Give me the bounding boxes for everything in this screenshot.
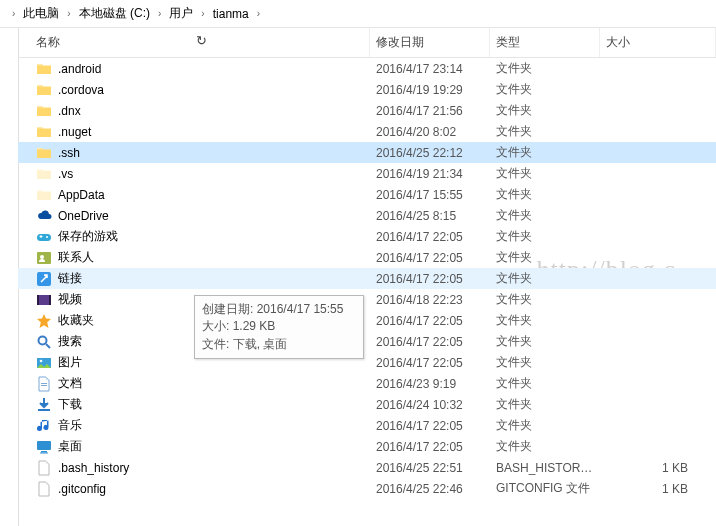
file-name: 收藏夹	[58, 312, 94, 329]
video-icon	[36, 292, 52, 308]
file-name: 下载	[58, 396, 82, 413]
table-row[interactable]: .gitconfig2016/4/25 22:46GITCONFIG 文件1 K…	[18, 478, 716, 499]
search-icon	[36, 334, 52, 350]
table-row[interactable]: .bash_history2016/4/25 22:51BASH_HISTORY…	[18, 457, 716, 478]
cell-type: 文件夹	[490, 81, 600, 98]
cell-date: 2016/4/18 22:23	[370, 293, 490, 307]
tooltip-created-label: 创建日期:	[202, 302, 257, 316]
cell-date: 2016/4/19 21:34	[370, 167, 490, 181]
svg-point-10	[39, 336, 47, 344]
table-row[interactable]: .nuget2016/4/20 8:02文件夹	[18, 121, 716, 142]
svg-point-1	[46, 236, 48, 238]
column-header-date[interactable]: 修改日期	[370, 28, 490, 57]
file-name: 图片	[58, 354, 82, 371]
cell-type: 文件夹	[490, 438, 600, 455]
file-name: .nuget	[58, 125, 91, 139]
file-list: 名称 修改日期 类型 大小 .android2016/4/17 23:14文件夹…	[18, 28, 716, 526]
cell-date: 2016/4/17 22:05	[370, 335, 490, 349]
svg-rect-14	[41, 385, 47, 386]
table-row[interactable]: OneDrive2016/4/25 8:15文件夹	[18, 205, 716, 226]
file-name: 联系人	[58, 249, 94, 266]
table-row[interactable]: 链接2016/4/17 22:05文件夹	[18, 268, 716, 289]
file-name: .vs	[58, 167, 73, 181]
cell-name: 文档	[18, 375, 370, 392]
cell-type: BASH_HISTORY ...	[490, 461, 600, 475]
games-icon	[36, 229, 52, 245]
column-header-name[interactable]: 名称	[18, 28, 370, 57]
file-icon	[36, 481, 52, 497]
table-row[interactable]: 下载2016/4/24 10:32文件夹	[18, 394, 716, 415]
tooltip-size-value: 1.29 KB	[233, 319, 276, 333]
folder-icon	[36, 103, 52, 119]
file-name: 链接	[58, 270, 82, 287]
tooltip-files-label: 文件:	[202, 337, 233, 351]
cell-type: 文件夹	[490, 270, 600, 287]
column-header-size-label: 大小	[606, 34, 630, 51]
cell-type: 文件夹	[490, 333, 600, 350]
cell-date: 2016/4/23 9:19	[370, 377, 490, 391]
table-row[interactable]: 文档2016/4/23 9:19文件夹	[18, 373, 716, 394]
file-icon	[36, 460, 52, 476]
file-name: .dnx	[58, 104, 81, 118]
desktop-icon	[36, 439, 52, 455]
column-header-type[interactable]: 类型	[490, 28, 600, 57]
column-header-row: 名称 修改日期 类型 大小	[18, 28, 716, 58]
table-row[interactable]: 保存的游戏2016/4/17 22:05文件夹	[18, 226, 716, 247]
table-row[interactable]: .cordova2016/4/19 19:29文件夹	[18, 79, 716, 100]
breadcrumb-item-2[interactable]: 用户	[169, 5, 193, 22]
breadcrumb-item-1[interactable]: 本地磁盘 (C:)	[79, 5, 150, 22]
file-name: 文档	[58, 375, 82, 392]
file-name: .bash_history	[58, 461, 129, 475]
table-row[interactable]: 搜索2016/4/17 22:05文件夹	[18, 331, 716, 352]
file-name: .gitconfig	[58, 482, 106, 496]
table-row[interactable]: .dnx2016/4/17 21:56文件夹	[18, 100, 716, 121]
cell-date: 2016/4/17 22:05	[370, 251, 490, 265]
table-row[interactable]: 收藏夹2016/4/17 22:05文件夹	[18, 310, 716, 331]
svg-rect-18	[40, 452, 48, 453]
cell-date: 2016/4/17 22:05	[370, 314, 490, 328]
cell-name: OneDrive	[18, 208, 370, 224]
cell-date: 2016/4/17 21:56	[370, 104, 490, 118]
file-name: .ssh	[58, 146, 80, 160]
table-row[interactable]: .android2016/4/17 23:14文件夹	[18, 58, 716, 79]
chevron-right-icon: ›	[197, 8, 208, 19]
cell-date: 2016/4/17 22:05	[370, 356, 490, 370]
cell-date: 2016/4/17 23:14	[370, 62, 490, 76]
table-row[interactable]: 图片2016/4/17 22:05文件夹	[18, 352, 716, 373]
favorites-icon	[36, 313, 52, 329]
svg-point-5	[40, 255, 44, 259]
folder-hidden-icon	[36, 187, 52, 203]
breadcrumb-item-3[interactable]: tianma	[213, 7, 249, 21]
cell-type: 文件夹	[490, 417, 600, 434]
table-row[interactable]: 桌面2016/4/17 22:05文件夹	[18, 436, 716, 457]
cell-date: 2016/4/17 22:05	[370, 272, 490, 286]
breadcrumb[interactable]: › 此电脑 › 本地磁盘 (C:) › 用户 › tianma ›	[0, 0, 716, 28]
cell-type: 文件夹	[490, 291, 600, 308]
tooltip-size-label: 大小:	[202, 319, 233, 333]
cell-date: 2016/4/17 22:05	[370, 230, 490, 244]
table-row[interactable]: .vs2016/4/19 21:34文件夹	[18, 163, 716, 184]
cell-date: 2016/4/17 22:05	[370, 419, 490, 433]
svg-rect-16	[37, 441, 51, 450]
cell-date: 2016/4/25 22:12	[370, 146, 490, 160]
breadcrumb-item-0[interactable]: 此电脑	[23, 5, 59, 22]
file-name: AppData	[58, 188, 105, 202]
cell-name: AppData	[18, 187, 370, 203]
table-row[interactable]: 音乐2016/4/17 22:05文件夹	[18, 415, 716, 436]
svg-rect-3	[41, 235, 42, 238]
table-row[interactable]: 联系人2016/4/17 22:05文件夹	[18, 247, 716, 268]
cell-name: 保存的游戏	[18, 228, 370, 245]
column-header-size[interactable]: 大小	[600, 28, 716, 57]
cell-name: .dnx	[18, 103, 370, 119]
chevron-right-icon: ›	[253, 8, 264, 19]
cell-date: 2016/4/20 8:02	[370, 125, 490, 139]
table-row[interactable]: .ssh2016/4/25 22:12文件夹	[18, 142, 716, 163]
table-row[interactable]: 视频2016/4/18 22:23文件夹	[18, 289, 716, 310]
cell-type: 文件夹	[490, 354, 600, 371]
cell-name: .ssh	[18, 145, 370, 161]
svg-rect-13	[41, 383, 47, 384]
pictures-icon	[36, 355, 52, 371]
table-row[interactable]: AppData2016/4/17 15:55文件夹	[18, 184, 716, 205]
cell-name: 下载	[18, 396, 370, 413]
file-name: .cordova	[58, 83, 104, 97]
